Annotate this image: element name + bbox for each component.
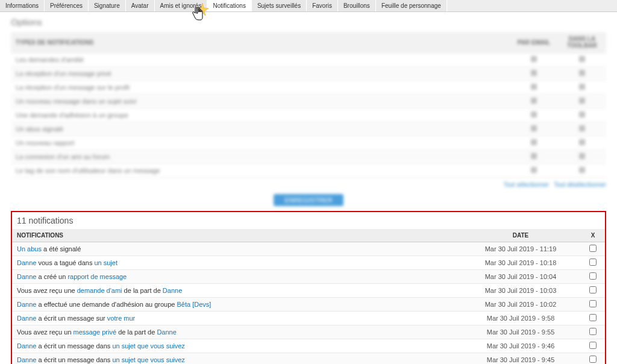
option-row-toolbar-cb[interactable]: [558, 81, 606, 95]
notification-checkbox-cell: [581, 284, 605, 298]
option-row-label: Les demandes d'amitié: [11, 53, 510, 67]
notification-checkbox-cell: [581, 339, 605, 353]
notification-link[interactable]: message privé: [74, 328, 117, 336]
notification-link[interactable]: un sujet: [94, 259, 117, 266]
option-row-email-cb[interactable]: [510, 122, 558, 136]
notification-checkbox[interactable]: [589, 314, 597, 321]
options-th-toolbar: DANS LA TOOLBAR: [558, 32, 606, 53]
notification-link[interactable]: Danne: [17, 342, 36, 350]
notification-message: Danne a écrit un message sur votre mur: [12, 312, 460, 325]
notification-text: de la part de: [122, 287, 163, 294]
option-row-email-cb[interactable]: [510, 81, 558, 95]
notification-checkbox[interactable]: [589, 342, 597, 349]
option-row-toolbar-cb[interactable]: [558, 150, 606, 164]
notification-row: Vous avez reçu une demande d'ami de la p…: [12, 284, 605, 298]
notification-link[interactable]: un sujet que vous suivez: [112, 356, 184, 363]
notification-row: Danne a écrit un message dans un sujet q…: [12, 339, 605, 353]
option-row-toolbar-cb[interactable]: [558, 136, 606, 150]
notification-link[interactable]: un sujet que vous suivez: [112, 342, 184, 350]
notification-checkbox-cell: [581, 312, 605, 325]
notification-link[interactable]: Danne: [163, 287, 182, 294]
notification-checkbox[interactable]: [589, 259, 597, 266]
options-save-button[interactable]: ENREGISTRER: [274, 194, 343, 206]
option-row-toolbar-cb[interactable]: [558, 95, 606, 108]
notification-message: Danne a créé un rapport de message: [12, 270, 460, 284]
notification-link[interactable]: rapport de message: [67, 273, 127, 280]
option-row-email-cb[interactable]: [510, 67, 558, 81]
options-deselect-all[interactable]: Tout désélectionner: [554, 181, 606, 188]
option-row-email-cb[interactable]: [510, 164, 558, 178]
notification-checkbox[interactable]: [589, 300, 597, 307]
notif-th-message: NOTIFICATIONS: [12, 229, 460, 242]
notification-link[interactable]: votre mur: [107, 315, 135, 322]
options-heading: Options: [11, 17, 606, 27]
notification-text: a été signalé: [42, 245, 81, 253]
notification-link[interactable]: Danne: [17, 301, 36, 308]
option-row-toolbar-cb[interactable]: [558, 108, 606, 122]
tab-préférences[interactable]: Préférences: [45, 0, 89, 11]
notification-checkbox-cell: [581, 242, 605, 256]
notification-link[interactable]: Danne: [17, 356, 36, 363]
notification-link[interactable]: Danne: [17, 273, 36, 280]
notification-checkbox[interactable]: [589, 286, 597, 293]
notification-checkbox[interactable]: [589, 356, 597, 363]
tab-informations[interactable]: Informations: [0, 0, 45, 11]
notif-th-date: DATE: [460, 229, 581, 242]
notification-text: a écrit un message dans: [36, 342, 112, 350]
option-row-email-cb[interactable]: [510, 95, 558, 108]
profile-tabs: InformationsPréférencesSignatureAvatarAm…: [0, 0, 617, 12]
notification-checkbox[interactable]: [589, 328, 597, 335]
notification-checkbox[interactable]: [589, 272, 597, 280]
notification-row: Danne a écrit un message dans un sujet q…: [12, 353, 605, 365]
notification-link[interactable]: Danne: [17, 315, 36, 322]
tab-feuille-de-personnage[interactable]: Feuille de personnage: [376, 0, 447, 11]
options-select-all[interactable]: Tout sélectionner: [504, 181, 550, 188]
notification-message: Vous avez reçu une demande d'ami de la p…: [12, 284, 460, 298]
notification-date: Mar 30 Juil 2019 - 10:02: [460, 298, 581, 312]
option-row-email-cb[interactable]: [510, 136, 558, 150]
notification-checkbox-cell: [581, 298, 605, 312]
tab-amis-et-ignorés[interactable]: Amis et ignorés: [155, 0, 208, 11]
options-th-type: TYPES DE NOTIFICATIONS: [11, 32, 510, 53]
notification-date: Mar 30 Juil 2019 - 11:19: [460, 242, 581, 256]
tab-brouillons[interactable]: Brouillons: [338, 0, 376, 11]
option-row-toolbar-cb[interactable]: [558, 53, 606, 67]
option-row-toolbar-cb[interactable]: [558, 67, 606, 81]
notification-date: Mar 30 Juil 2019 - 10:03: [460, 284, 581, 298]
tab-notifications[interactable]: Notifications: [207, 0, 251, 11]
tab-avatar[interactable]: Avatar: [126, 0, 155, 11]
notification-row: Vous avez reçu un message privé de la pa…: [12, 325, 605, 339]
notification-message: Danne a écrit un message dans un sujet q…: [12, 353, 460, 365]
notification-date: Mar 30 Juil 2019 - 9:55: [460, 325, 581, 339]
notif-th-checkbox: X: [581, 229, 605, 242]
notification-row: Un abus a été signaléMar 30 Juil 2019 - …: [12, 242, 605, 256]
option-row-email-cb[interactable]: [510, 53, 558, 67]
notification-message: Danne vous a tagué dans un sujet: [12, 256, 460, 270]
notification-row: Danne a écrit un message sur votre murMa…: [12, 312, 605, 325]
notification-message: Vous avez reçu un message privé de la pa…: [12, 325, 460, 339]
option-row-label: Le tag de son nom d'utilisateur dans un …: [11, 164, 510, 178]
notification-message: Danne a effectué une demande d'adhésion …: [12, 298, 460, 312]
options-section-blurred: Options TYPES DE NOTIFICATIONS PAR EMAIL…: [0, 12, 617, 206]
notifications-table: NOTIFICATIONS DATE X Un abus a été signa…: [12, 229, 605, 364]
tab-sujets-surveillés[interactable]: Sujets surveillés: [252, 0, 307, 11]
option-row-email-cb[interactable]: [510, 150, 558, 164]
tab-signature[interactable]: Signature: [89, 0, 126, 11]
notification-link[interactable]: Bêta [Devs]: [177, 301, 211, 308]
notification-link[interactable]: Danne: [17, 259, 36, 266]
notification-checkbox-cell: [581, 325, 605, 339]
notification-link[interactable]: Danne: [157, 328, 176, 336]
notification-checkbox-cell: [581, 353, 605, 365]
notification-row: Danne a effectué une demande d'adhésion …: [12, 298, 605, 312]
option-row-toolbar-cb[interactable]: [558, 164, 606, 178]
notification-text: a écrit un message dans: [36, 356, 112, 363]
notification-link[interactable]: Un abus: [17, 245, 42, 253]
option-row-email-cb[interactable]: [510, 108, 558, 122]
notification-date: Mar 30 Juil 2019 - 9:46: [460, 339, 581, 353]
notification-date: Mar 30 Juil 2019 - 9:58: [460, 312, 581, 325]
notification-checkbox[interactable]: [589, 245, 597, 252]
option-row-toolbar-cb[interactable]: [558, 122, 606, 136]
notification-link[interactable]: demande d'ami: [77, 287, 122, 294]
tab-favoris[interactable]: Favoris: [307, 0, 338, 11]
options-th-email: PAR EMAIL: [510, 32, 558, 53]
